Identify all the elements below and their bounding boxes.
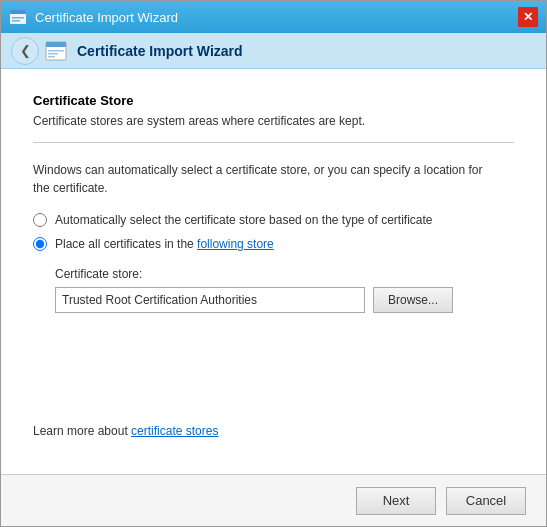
title-bar-left: Certificate Import Wizard <box>9 8 178 26</box>
content-area: Certificate Store Certificate stores are… <box>1 69 546 474</box>
cancel-button[interactable]: Cancel <box>446 487 526 515</box>
divider <box>33 142 514 143</box>
svg-rect-8 <box>48 56 55 58</box>
section-title: Certificate Store <box>33 93 514 108</box>
cert-store-section: Certificate store: Browse... <box>55 267 514 313</box>
learn-more-text: Learn more about <box>33 424 131 438</box>
title-bar: Certificate Import Wizard ✕ <box>1 1 546 33</box>
svg-rect-2 <box>12 17 24 19</box>
radio-auto-select[interactable]: Automatically select the certificate sto… <box>33 213 514 227</box>
svg-rect-1 <box>10 10 26 14</box>
title-bar-text: Certificate Import Wizard <box>35 10 178 25</box>
footer: Next Cancel <box>1 474 546 526</box>
info-text: Windows can automatically select a certi… <box>33 161 514 197</box>
svg-rect-7 <box>48 53 58 55</box>
radio-place-label: Place all certificates in the following … <box>55 237 274 251</box>
back-arrow-icon: ❮ <box>20 43 31 58</box>
section-desc: Certificate stores are system areas wher… <box>33 114 514 128</box>
title-bar-controls: ✕ <box>518 7 538 27</box>
nav-title: Certificate Import Wizard <box>77 43 243 59</box>
spacer <box>33 313 514 424</box>
cert-store-input[interactable] <box>55 287 365 313</box>
radio-group: Automatically select the certificate sto… <box>33 213 514 251</box>
info-text-line1: Windows can automatically select a certi… <box>33 163 483 177</box>
cert-store-row: Browse... <box>55 287 514 313</box>
browse-button[interactable]: Browse... <box>373 287 453 313</box>
radio-place-input[interactable] <box>33 237 47 251</box>
nav-bar: ❮ Certificate Import Wizard <box>1 33 546 69</box>
radio-auto-label: Automatically select the certificate sto… <box>55 213 433 227</box>
wizard-icon <box>9 8 27 26</box>
cert-store-label: Certificate store: <box>55 267 514 281</box>
info-text-line2: the certificate. <box>33 181 108 195</box>
radio-auto-input[interactable] <box>33 213 47 227</box>
svg-rect-6 <box>48 50 64 52</box>
wizard-window: Certificate Import Wizard ✕ ❮ Certificat… <box>0 0 547 527</box>
nav-wizard-icon <box>45 40 67 62</box>
learn-more-link[interactable]: certificate stores <box>131 424 218 438</box>
learn-more: Learn more about certificate stores <box>33 424 514 438</box>
radio-place-all[interactable]: Place all certificates in the following … <box>33 237 514 251</box>
back-button[interactable]: ❮ <box>11 37 39 65</box>
svg-rect-5 <box>46 42 66 47</box>
close-button[interactable]: ✕ <box>518 7 538 27</box>
next-button[interactable]: Next <box>356 487 436 515</box>
svg-rect-3 <box>12 20 20 22</box>
